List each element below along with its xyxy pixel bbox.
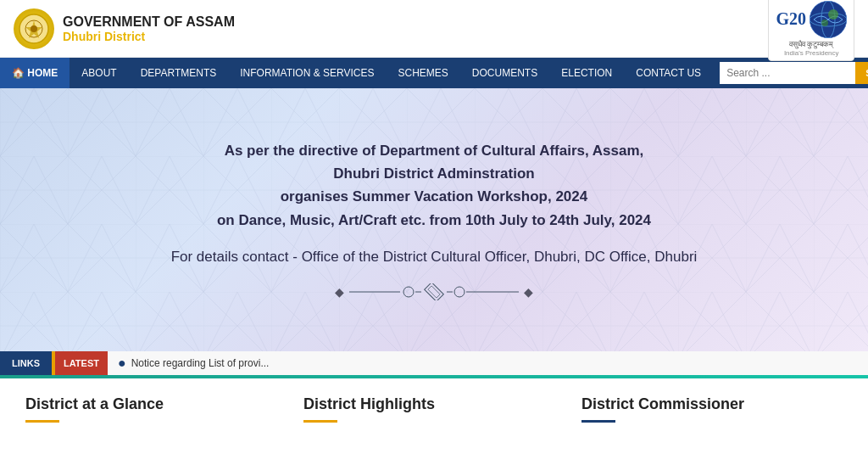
district-glance-title: District at a Glance — [25, 395, 287, 413]
g20-subtitle2: India's Presidency — [784, 49, 839, 57]
g20-label: G20 — [776, 9, 806, 29]
page-header: GOVERNMENT OF ASSAM Dhubri District G20 — [0, 0, 868, 58]
nav-schemes[interactable]: SCHEMES — [387, 58, 460, 88]
district-commissioner-section: District Commissioner — [573, 395, 851, 465]
svg-rect-21 — [425, 283, 444, 300]
nav-departments[interactable]: DEPARTMENTS — [129, 58, 229, 88]
main-navbar: 🏠 🏠 HOMEHOME ABOUT DEPARTMENTS INFORMATI… — [0, 58, 868, 88]
svg-point-19 — [403, 287, 414, 297]
hero-decoration: ◆ ◆ — [171, 283, 698, 300]
district-highlights-title: District Highlights — [303, 395, 565, 413]
search-button[interactable]: SEARCH — [855, 62, 868, 84]
g20-logo-area: G20 वसुधैव कुटुम्बकम् India's Preside — [768, 0, 854, 61]
hero-line5: For details contact - Office of the Dist… — [171, 245, 698, 268]
latest-dot: ● — [118, 356, 126, 371]
hero-line4: on Dance, Music, Art/Craft etc. from 10t… — [171, 209, 698, 232]
nav-election[interactable]: ELECTION — [549, 58, 624, 88]
svg-point-3 — [31, 25, 37, 32]
district-glance-underline — [25, 420, 59, 423]
hero-line1: As per the directive of Department of Cu… — [171, 139, 698, 162]
svg-point-9 — [821, 20, 828, 26]
search-area: SEARCH — [713, 62, 868, 84]
links-label: LINKS — [0, 351, 52, 375]
nav-info-services[interactable]: INFORMATION & SERVICES — [228, 58, 386, 88]
latest-content: ● Notice regarding List of provi... — [108, 351, 868, 375]
hero-banner: As per the directive of Department of Cu… — [0, 88, 868, 351]
latest-label: LATEST — [55, 351, 108, 375]
district-commissioner-underline — [581, 420, 615, 423]
g20-globe — [810, 1, 847, 38]
hero-line2: Dhubri District Adminstration — [171, 162, 698, 185]
g20-badge: G20 वसुधैव कुटुम्बकम् India's Preside — [768, 0, 854, 61]
nav-documents[interactable]: DOCUMENTS — [460, 58, 549, 88]
hero-content: As per the directive of Department of Cu… — [154, 122, 715, 317]
header-branding: GOVERNMENT OF ASSAM Dhubri District — [14, 8, 235, 49]
header-title-block: GOVERNMENT OF ASSAM Dhubri District — [63, 14, 235, 43]
gov-title: GOVERNMENT OF ASSAM — [63, 14, 235, 30]
nav-contact[interactable]: CONTACT US — [624, 58, 713, 88]
search-input[interactable] — [720, 62, 855, 84]
district-highlights-underline — [303, 420, 337, 423]
district-highlights-section: District Highlights — [295, 395, 573, 465]
nav-home[interactable]: 🏠 🏠 HOMEHOME — [0, 58, 70, 88]
latest-notice: Notice regarding List of provi... — [131, 357, 270, 369]
hero-line3: organises Summer Vacation Workshop, 2024 — [171, 185, 698, 208]
links-latest-bar: LINKS LATEST ● Notice regarding List of … — [0, 351, 868, 375]
svg-point-8 — [828, 9, 838, 20]
svg-point-24 — [454, 287, 465, 297]
bottom-sections: District at a Glance District Highlights… — [0, 378, 868, 465]
emblem-icon — [14, 8, 54, 49]
svg-rect-22 — [428, 286, 440, 298]
district-commissioner-title: District Commissioner — [581, 395, 843, 413]
district-name: Dhubri District — [63, 30, 235, 43]
deco-svg — [349, 283, 519, 300]
g20-subtitle: वसुधैव कुटुम्बकम् — [789, 40, 834, 49]
district-glance-section: District at a Glance — [17, 395, 295, 465]
nav-about[interactable]: ABOUT — [70, 58, 128, 88]
